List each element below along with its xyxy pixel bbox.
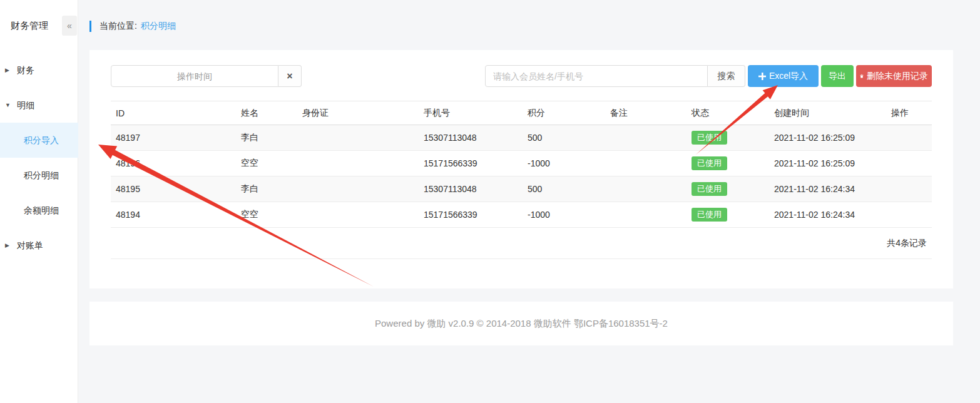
status-badge: 已使用 (692, 131, 727, 145)
status-badge: 已使用 (692, 182, 727, 196)
cell-action (886, 202, 932, 228)
cell-status: 已使用 (687, 176, 769, 202)
caret-down-icon: ▼ (5, 88, 11, 123)
cell-note (605, 176, 687, 202)
breadcrumb: 当前位置: 积分明细 (89, 19, 176, 33)
table-row: 48195 李白 15307113048 500 已使用 2021-11-02 … (111, 176, 932, 202)
cell-phone: 15307113048 (419, 176, 523, 202)
cell-idcard (297, 176, 419, 202)
col-header-status: 状态 (687, 101, 769, 125)
excel-import-label: Excel导入 (769, 71, 808, 82)
table-row: 48197 李白 15307113048 500 已使用 2021-11-02 … (111, 125, 932, 151)
cell-idcard (297, 125, 419, 151)
cell-id: 48197 (111, 125, 236, 151)
record-count: 共4条记录 (111, 228, 932, 259)
sidebar-item-label: 对账单 (17, 240, 43, 250)
col-header-action: 操作 (886, 101, 932, 125)
cell-phone: 15171566339 (419, 151, 523, 176)
sidebar-item-points-import[interactable]: 积分导入 (0, 123, 78, 158)
breadcrumb-label: 当前位置: (100, 21, 137, 32)
cell-phone: 15307113048 (419, 125, 523, 151)
collapse-chevrons-icon: « (67, 21, 72, 31)
footer-copyright-text: Powered by 微助 v2.0.9 © 2014-2018 微助软件 鄂I… (375, 318, 668, 330)
sidebar-item-finance[interactable]: ▶ 财务 (0, 53, 78, 88)
toolbar-right: 搜索 Excel导入 导出 (485, 65, 932, 87)
footer: Powered by 微助 v2.0.9 © 2014-2018 微助软件 鄂I… (89, 302, 953, 345)
col-header-idcard: 身份证 (297, 101, 419, 125)
cell-created: 2021-11-02 16:24:34 (769, 176, 886, 202)
sidebar-item-label: 积分明细 (24, 170, 59, 180)
time-filter-input[interactable] (111, 65, 278, 87)
sidebar-item-statement[interactable]: ▶ 对账单 (0, 228, 78, 263)
sidebar-item-points-detail[interactable]: 积分明细 (0, 158, 78, 193)
col-header-id: ID (111, 101, 236, 125)
cell-id: 48194 (111, 202, 236, 228)
toolbar: × 搜索 Excel导入 导出 (89, 50, 953, 87)
cell-points: -1000 (523, 202, 605, 228)
sidebar-menu: ▶ 财务 ▼ 明细 积分导入 积分明细 余额明细 ▶ 对账单 (0, 53, 78, 263)
cell-name: 李白 (236, 125, 297, 151)
breadcrumb-accent-bar (89, 21, 91, 32)
col-header-created: 创建时间 (769, 101, 886, 125)
status-badge: 已使用 (692, 156, 727, 170)
sidebar-item-label: 财务 (17, 65, 34, 75)
sidebar-item-label: 明细 (17, 100, 34, 110)
sidebar: 财务管理 « ▶ 财务 ▼ 明细 积分导入 积分明细 余额明细 ▶ (0, 0, 78, 403)
table-header-row: ID 姓名 身份证 手机号 积分 备注 状态 创建时间 操作 (111, 101, 932, 125)
cell-action (886, 151, 932, 176)
cell-name: 李白 (236, 176, 297, 202)
time-filter-group: × (111, 65, 302, 87)
search-button[interactable]: 搜索 (708, 65, 745, 87)
search-group: 搜索 (485, 65, 745, 87)
cell-idcard (297, 202, 419, 228)
close-icon: × (287, 71, 292, 82)
cell-points: 500 (523, 125, 605, 151)
export-button[interactable]: 导出 (821, 65, 854, 87)
cell-created: 2021-11-02 16:25:09 (769, 151, 886, 176)
cell-phone: 15171566339 (419, 202, 523, 228)
col-header-phone: 手机号 (419, 101, 523, 125)
plus-icon (758, 73, 766, 80)
cell-id: 48196 (111, 151, 236, 176)
cell-note (605, 202, 687, 228)
cell-id: 48195 (111, 176, 236, 202)
search-input[interactable] (485, 65, 708, 87)
export-label: 导出 (829, 71, 846, 82)
sidebar-item-balance-detail[interactable]: 余额明细 (0, 193, 78, 228)
delete-unused-label: 删除未使用记录 (867, 71, 928, 82)
col-header-name: 姓名 (236, 101, 297, 125)
excel-import-button[interactable]: Excel导入 (748, 65, 819, 87)
cell-points: 500 (523, 176, 605, 202)
table-row: 48196 空空 15171566339 -1000 已使用 2021-11-0… (111, 151, 932, 176)
trash-icon (860, 72, 864, 80)
content-card: × 搜索 Excel导入 导出 (89, 50, 953, 288)
delete-unused-button[interactable]: 删除未使用记录 (856, 65, 932, 87)
status-badge: 已使用 (692, 208, 727, 222)
cell-note (605, 151, 687, 176)
clear-time-filter-button[interactable]: × (278, 65, 302, 87)
search-button-label: 搜索 (718, 71, 735, 82)
cell-action (886, 125, 932, 151)
sidebar-collapse-button[interactable]: « (62, 16, 77, 36)
cell-action (886, 176, 932, 202)
app-title: 财务管理 (11, 20, 48, 32)
cell-note (605, 125, 687, 151)
page: 财务管理 « ▶ 财务 ▼ 明细 积分导入 积分明细 余额明细 ▶ (0, 0, 980, 403)
breadcrumb-current-link[interactable]: 积分明细 (141, 21, 176, 32)
table-total-row: 共4条记录 (111, 228, 932, 259)
cell-created: 2021-11-02 16:24:34 (769, 202, 886, 228)
table-row: 48194 空空 15171566339 -1000 已使用 2021-11-0… (111, 202, 932, 228)
cell-status: 已使用 (687, 202, 769, 228)
caret-right-icon: ▶ (5, 228, 9, 263)
points-table: ID 姓名 身份证 手机号 积分 备注 状态 创建时间 操作 48197 李白 … (111, 101, 932, 259)
cell-idcard (297, 151, 419, 176)
caret-right-icon: ▶ (5, 53, 9, 88)
cell-created: 2021-11-02 16:25:09 (769, 125, 886, 151)
col-header-note: 备注 (605, 101, 687, 125)
sidebar-item-details[interactable]: ▼ 明细 (0, 88, 78, 123)
cell-status: 已使用 (687, 125, 769, 151)
cell-name: 空空 (236, 202, 297, 228)
sidebar-item-label: 余额明细 (24, 205, 59, 215)
sidebar-item-label: 积分导入 (24, 135, 59, 145)
cell-name: 空空 (236, 151, 297, 176)
